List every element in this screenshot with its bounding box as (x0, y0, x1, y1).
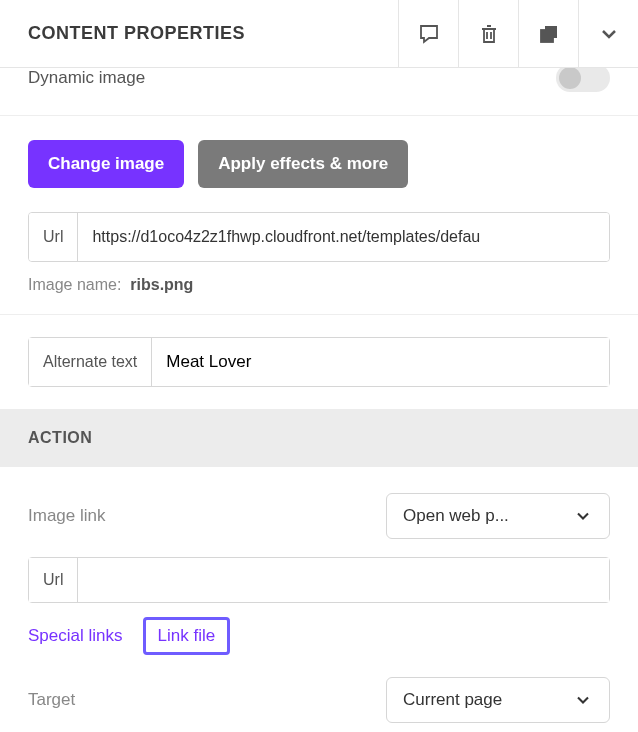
panel-title: CONTENT PROPERTIES (28, 23, 245, 44)
image-link-select[interactable]: Open web p... (386, 493, 610, 539)
comment-icon (417, 22, 441, 46)
target-select[interactable]: Current page (386, 677, 610, 723)
chevron-down-icon (573, 690, 593, 710)
chevron-down-icon (597, 22, 621, 46)
image-name-value: ribs.png (130, 276, 193, 293)
target-label: Target (28, 690, 75, 710)
comment-button[interactable] (398, 0, 458, 67)
delete-button[interactable] (458, 0, 518, 67)
link-file-button[interactable]: Link file (143, 617, 231, 655)
image-url-group: Url (28, 212, 610, 262)
image-link-label: Image link (28, 506, 105, 526)
duplicate-button[interactable] (518, 0, 578, 67)
apply-effects-button[interactable]: Apply effects & more (198, 140, 408, 188)
target-value: Current page (403, 690, 502, 710)
duplicate-icon (537, 22, 561, 46)
chevron-down-icon (573, 506, 593, 526)
dynamic-image-toggle[interactable] (556, 68, 610, 92)
action-url-input[interactable] (78, 558, 609, 602)
image-link-value: Open web p... (403, 506, 509, 526)
change-image-button[interactable]: Change image (28, 140, 184, 188)
special-links-button[interactable]: Special links (28, 626, 123, 646)
collapse-button[interactable] (578, 0, 638, 67)
header-tools (398, 0, 638, 67)
alt-text-label: Alternate text (29, 338, 152, 386)
trash-icon (477, 22, 501, 46)
alt-text-input[interactable] (152, 338, 609, 386)
action-url-group: Url (28, 557, 610, 603)
dynamic-image-label: Dynamic image (28, 68, 145, 88)
action-url-label: Url (29, 558, 78, 602)
image-name-label: Image name: (28, 276, 121, 293)
svg-rect-2 (541, 30, 553, 42)
image-url-input[interactable] (78, 213, 609, 261)
alt-text-group: Alternate text (28, 337, 610, 387)
url-label: Url (29, 213, 78, 261)
action-header: ACTION (0, 409, 638, 467)
